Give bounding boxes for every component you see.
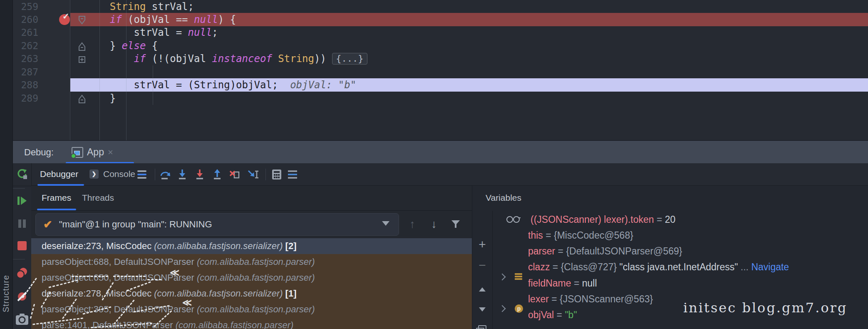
line-number[interactable]: 289 — [20, 92, 38, 105]
code-line-262: 262 } else { — [12, 39, 868, 52]
layout-options-icon[interactable] — [137, 169, 146, 180]
code-token: strVal = — [134, 27, 188, 38]
frame-location: deserialze:273, MiscCodec — [42, 241, 151, 251]
variable-name: lexer — [528, 294, 549, 304]
run-to-cursor-icon[interactable] — [247, 168, 260, 181]
close-icon[interactable]: × — [108, 147, 113, 158]
code-token: (!(objVal — [146, 53, 212, 65]
thread-dump-camera-icon[interactable] — [12, 312, 31, 327]
stack-frame-row[interactable]: parseObject:688, DefaultJSONParser (com.… — [31, 254, 472, 270]
variable-name: this — [528, 230, 543, 241]
run-config-tab-app[interactable]: App × — [66, 141, 119, 164]
code-token: if — [110, 14, 122, 25]
code-token: )) — [314, 53, 332, 65]
navigate-link[interactable]: Navigate — [749, 262, 789, 272]
filter-frames-icon[interactable] — [447, 213, 464, 235]
previous-frame-icon[interactable]: ↑ — [404, 213, 421, 235]
code-token: strVal = (String)objVal; — [134, 79, 278, 91]
watch-glasses-icon — [513, 216, 521, 224]
duplicate-watch-icon[interactable] — [472, 323, 492, 329]
code-token: } — [110, 40, 122, 52]
frame-package: (com.alibaba.fastjson.parser) — [197, 272, 315, 283]
code-line-289: 289 } — [12, 92, 868, 105]
evaluate-expression-icon[interactable] — [270, 168, 283, 181]
stack-frame-row[interactable]: deserialze:273, MiscCodec (com.alibaba.f… — [31, 238, 472, 254]
code-token: String — [272, 53, 314, 65]
ellipsis: ... — [738, 262, 749, 272]
step-out-icon[interactable] — [211, 168, 223, 181]
remove-watch-icon[interactable]: − — [472, 258, 492, 273]
frame-badge: [1] — [285, 288, 297, 299]
code-line-259: 259 String strVal; — [12, 0, 868, 13]
variable-value: {JSONScanner@563} — [560, 294, 653, 304]
code-token: ) { — [218, 14, 236, 25]
stack-frame-row[interactable]: parseObject:650, DefaultJSONParser (com.… — [31, 270, 472, 286]
line-number[interactable]: 288 — [20, 78, 38, 92]
move-watch-up-icon[interactable] — [472, 282, 492, 297]
toolbar-divider — [155, 169, 155, 180]
chevron-down-icon — [382, 221, 389, 226]
tab-console[interactable]: Console — [103, 163, 135, 186]
frame-location: parseObject:650, DefaultJSONParser — [42, 272, 194, 283]
toolbar-divider — [265, 169, 266, 180]
tab-debugger[interactable]: Debugger — [40, 163, 78, 186]
line-number[interactable]: 287 — [20, 65, 38, 79]
code-line-260: 260 ✓ if (objVal == null) { — [12, 13, 868, 26]
stack-frame-row[interactable]: parse:1401, DefaultJSONParser (com.aliba… — [31, 317, 472, 329]
frame-package: (com.alibaba.fastjson.serializer) — [154, 241, 283, 251]
tab-frames[interactable]: Frames — [42, 186, 71, 210]
variable-value: {MiscCodec@568} — [554, 230, 633, 241]
force-step-into-icon[interactable] — [193, 168, 206, 181]
settings-sliders-icon[interactable] — [286, 168, 299, 181]
step-over-icon[interactable] — [159, 168, 171, 181]
thread-selector-dropdown[interactable]: ✔ "main"@1 in group "main": RUNNING — [35, 213, 399, 236]
debug-toolwindow-header: Debug: App × — [12, 140, 868, 164]
structure-toolwindow-button[interactable]: Structure — [0, 267, 12, 321]
line-number[interactable]: 263 — [20, 52, 38, 65]
equals: = — [549, 294, 560, 304]
code-token: String — [110, 1, 146, 12]
frame-badge: [2] — [285, 241, 297, 251]
mute-breakpoints-icon[interactable] — [12, 289, 31, 304]
view-breakpoints-icon[interactable] — [12, 266, 31, 280]
stack-frame-row[interactable]: parseObject:395, DefaultJSONParser (com.… — [31, 302, 472, 317]
watch-row[interactable]: ((JSONScanner) lexer).token = 20 — [492, 212, 868, 227]
breakpoint-icon[interactable]: ✓ — [59, 14, 70, 25]
variable-value: null — [582, 278, 597, 289]
line-number[interactable]: 262 — [20, 39, 38, 52]
variable-row[interactable]: p clazz = {Class@727} "class java.net.In… — [492, 259, 868, 275]
code-token: null — [188, 27, 212, 38]
next-frame-icon[interactable]: ↓ — [426, 213, 442, 235]
divider — [12, 259, 25, 259]
variable-row[interactable]: p parser = {DefaultJSONParser@569} — [492, 243, 868, 259]
stop-icon[interactable] — [12, 239, 31, 253]
code-token: (objVal == — [122, 14, 194, 25]
line-number[interactable]: 259 — [20, 0, 38, 13]
tab-threads[interactable]: Threads — [82, 186, 114, 210]
frame-package: (com.alibaba.fastjson.parser) — [176, 320, 294, 329]
pause-program-icon[interactable] — [12, 217, 31, 231]
code-token: } — [110, 92, 116, 104]
line-number[interactable]: 260 — [20, 13, 38, 26]
folded-code-placeholder[interactable]: {...} — [332, 53, 367, 65]
add-watch-icon[interactable]: + — [472, 237, 492, 252]
variable-row[interactable]: p fieldName = null — [492, 275, 868, 291]
resume-program-icon[interactable] — [12, 194, 31, 208]
debug-toolwindow-title: Debug: — [24, 141, 54, 164]
stack-frame-row[interactable]: deserialze:278, MiscCodec (com.alibaba.f… — [31, 286, 472, 302]
step-into-icon[interactable] — [176, 168, 188, 181]
debugger-inline-hint: objVal: "b" — [290, 79, 356, 91]
variable-name: fieldName — [528, 278, 571, 289]
frame-package: (com.alibaba.fastjson.serializer) — [154, 288, 283, 299]
move-watch-down-icon[interactable] — [472, 302, 492, 317]
variable-string-preview: "class java.net.InetAddress" — [617, 262, 738, 272]
equals: = — [654, 214, 665, 225]
line-number[interactable]: 261 — [20, 26, 38, 39]
rerun-icon[interactable] — [12, 167, 31, 181]
equals: = — [554, 309, 565, 320]
drop-frame-icon[interactable] — [228, 168, 241, 181]
variable-row[interactable]: this = {MiscCodec@568} — [492, 227, 868, 243]
breakpoint-verified-check-icon: ✓ — [62, 11, 69, 21]
frame-location: parseObject:395, DefaultJSONParser — [42, 304, 194, 314]
running-indicator-dot — [71, 153, 76, 159]
